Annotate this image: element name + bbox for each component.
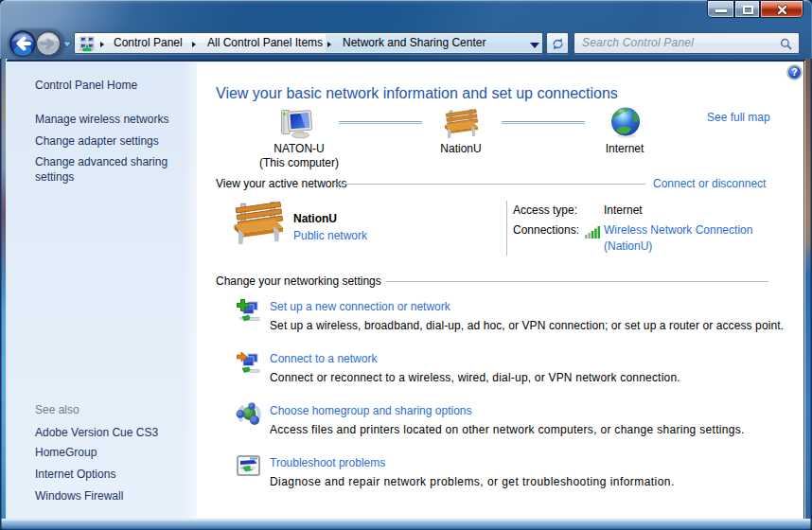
svg-text:?: ? <box>791 66 797 78</box>
